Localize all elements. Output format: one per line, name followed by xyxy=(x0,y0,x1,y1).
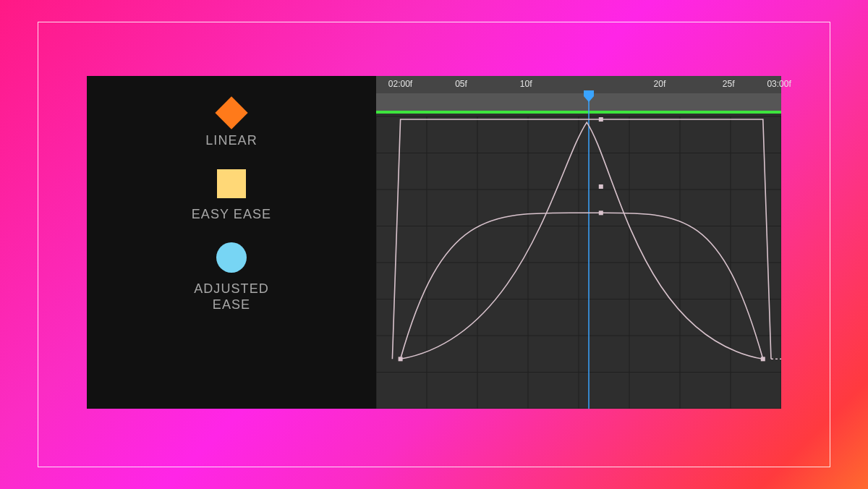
playhead-icon[interactable] xyxy=(584,90,594,102)
keyframe-handle[interactable] xyxy=(599,184,603,189)
legend-label: LINEAR xyxy=(205,133,258,149)
graph-editor-panel: 02:00f05f10f20f25f03:00f xyxy=(376,76,781,409)
legend-label: EASY EASE xyxy=(192,207,271,223)
keyframe-handle[interactable] xyxy=(599,211,603,215)
keyframe-handle[interactable] xyxy=(599,117,603,122)
legend-label: ADJUSTED EASE xyxy=(174,281,289,312)
curve-linear[interactable] xyxy=(392,119,771,359)
gradient-background: LINEAR EASY EASE ADJUSTED EASE 02:00f05f… xyxy=(0,0,868,489)
legend-item-easy-ease: EASY EASE xyxy=(192,169,271,223)
legend-item-adjusted-ease: ADJUSTED EASE xyxy=(174,242,289,312)
diamond-icon xyxy=(215,96,247,129)
legend-item-linear: LINEAR xyxy=(205,101,258,149)
legend-panel: LINEAR EASY EASE ADJUSTED EASE xyxy=(87,76,376,409)
keyframe-handle[interactable] xyxy=(761,357,765,361)
graph-svg xyxy=(376,76,781,409)
circle-icon xyxy=(216,242,247,273)
editor-window: LINEAR EASY EASE ADJUSTED EASE 02:00f05f… xyxy=(87,76,781,409)
square-icon xyxy=(217,169,246,198)
keyframe-handle[interactable] xyxy=(399,357,403,361)
